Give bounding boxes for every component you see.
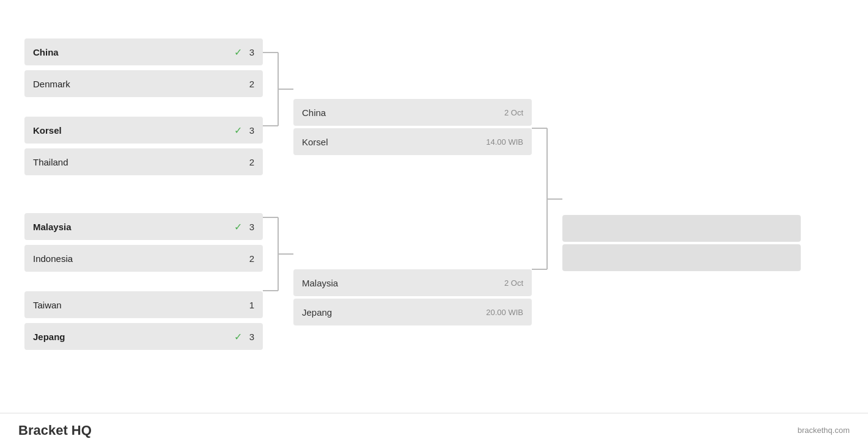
score-row-denmark: 2 [247, 79, 254, 89]
match-slot-malaysia: Malaysia ✓ 3 [24, 213, 263, 240]
r2-team-china: China [302, 107, 326, 118]
team-name-taiwan: Taiwan [33, 300, 62, 310]
team-name-denmark: Denmark [33, 79, 70, 89]
score-china: 3 [247, 47, 254, 57]
r2-time-korsel: 14.00 WIB [486, 137, 523, 147]
team-name-thailand: Thailand [33, 157, 68, 167]
score-row-malaysia: ✓ 3 [234, 221, 254, 233]
r1-to-r2-connectors [263, 24, 293, 366]
gap-2 [24, 178, 263, 213]
round2-slot-malaysia: Malaysia 2 Oct [293, 269, 532, 296]
r2-date-malaysia: 2 Oct [504, 278, 523, 288]
footer-logo: Bracket HQ [18, 423, 92, 438]
score-jepang: 3 [247, 332, 254, 342]
match-slot-taiwan: Taiwan 1 [24, 291, 263, 318]
score-denmark: 2 [247, 79, 254, 89]
score-korsel: 3 [247, 125, 254, 136]
checkmark-china: ✓ [234, 46, 242, 58]
round3-slots [562, 215, 801, 274]
match-pair-1: China ✓ 3 Denmark 2 [24, 38, 263, 100]
checkmark-korsel: ✓ [234, 125, 242, 136]
r2-team-malaysia: Malaysia [302, 278, 338, 288]
gap-3 [24, 274, 263, 291]
team-name-china: China [33, 47, 59, 57]
score-taiwan: 1 [247, 300, 254, 310]
r2-team-jepang: Jepang [302, 307, 332, 318]
checkmark-jepang: ✓ [234, 331, 242, 343]
team-name-indonesia: Indonesia [33, 253, 73, 264]
team-name-malaysia: Malaysia [33, 222, 72, 232]
final-slot-2 [562, 244, 801, 271]
score-row-thailand: 2 [247, 157, 254, 167]
score-row-korsel: ✓ 3 [234, 125, 254, 136]
logo-text-normal: Bracket [18, 423, 72, 438]
round2-col: China 2 Oct Korsel 14.00 WIB Malaysia 2 … [293, 48, 532, 343]
match-slot-jepang: Jepang ✓ 3 [24, 323, 263, 350]
round2-slot-china: China 2 Oct [293, 99, 532, 126]
team-name-korsel: Korsel [33, 125, 62, 136]
score-row-taiwan: 1 [247, 300, 254, 310]
r2-to-r3-connectors [532, 48, 562, 343]
round1-col: China ✓ 3 Denmark 2 Korsel [24, 38, 263, 352]
match-slot-indonesia: Indonesia 2 [24, 245, 263, 272]
checkmark-malaysia: ✓ [234, 221, 242, 233]
team-name-jepang: Jepang [33, 332, 65, 342]
score-malaysia: 3 [247, 222, 254, 232]
r2-team-korsel: Korsel [302, 137, 328, 147]
round2-slot-jepang: Jepang 20.00 WIB [293, 299, 532, 325]
score-row-indonesia: 2 [247, 253, 254, 264]
score-row-china: ✓ 3 [234, 46, 254, 58]
r2-date-china: 2 Oct [504, 108, 523, 117]
round2-match2: Malaysia 2 Oct Jepang 20.00 WIB [293, 269, 532, 328]
match-slot-china: China ✓ 3 [24, 38, 263, 65]
logo-text-bold: HQ [72, 423, 92, 438]
r2-time-jepang: 20.00 WIB [486, 308, 523, 317]
bracket-wrapper: China ✓ 3 Denmark 2 Korsel [24, 24, 801, 366]
final-slot-1 [562, 215, 801, 242]
main-content: China ✓ 3 Denmark 2 Korsel [0, 0, 868, 415]
match-pair-4: Taiwan 1 Jepang ✓ 3 [24, 291, 263, 352]
score-indonesia: 2 [247, 253, 254, 264]
score-thailand: 2 [247, 157, 254, 167]
score-row-jepang: ✓ 3 [234, 331, 254, 343]
round2-match1: China 2 Oct Korsel 14.00 WIB [293, 99, 532, 158]
match-pair-3: Malaysia ✓ 3 Indonesia 2 [24, 213, 263, 274]
match-pair-2: Korsel ✓ 3 Thailand 2 [24, 117, 263, 178]
footer-url: brackethq.com [798, 426, 850, 435]
match-slot-korsel: Korsel ✓ 3 [24, 117, 263, 144]
footer: Bracket HQ brackethq.com [0, 413, 868, 447]
match-slot-denmark: Denmark 2 [24, 70, 263, 97]
gap-1 [24, 100, 263, 117]
round2-slot-korsel: Korsel 14.00 WIB [293, 128, 532, 155]
round3-col [562, 48, 801, 343]
match-slot-thailand: Thailand 2 [24, 148, 263, 175]
